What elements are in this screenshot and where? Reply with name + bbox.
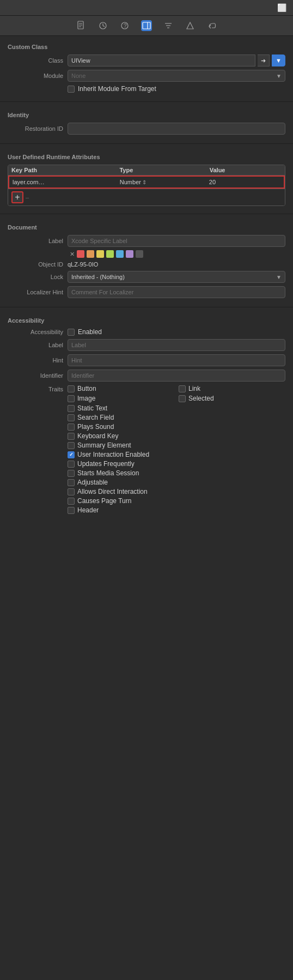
- trait-selected-label: Selected: [188, 395, 214, 402]
- traits-row: Traits Button Link Image Selected: [8, 385, 285, 516]
- label-input[interactable]: [68, 235, 285, 247]
- class-label: Class: [8, 57, 68, 64]
- swatch-red[interactable]: [77, 250, 84, 258]
- trait-keyboard-key: Keyboard Key: [68, 432, 285, 440]
- trait-header-checkbox[interactable]: [68, 507, 75, 514]
- trait-starts-media-checkbox[interactable]: [68, 470, 75, 477]
- acc-label-input[interactable]: [68, 339, 285, 351]
- acc-hint-label: Hint: [8, 357, 68, 364]
- row-type: Number ⇕: [120, 179, 209, 185]
- acc-hint-input[interactable]: [68, 354, 285, 366]
- trait-updates-frequently-checkbox[interactable]: [68, 461, 75, 468]
- swatch-purple[interactable]: [126, 250, 133, 258]
- trait-static-text-checkbox[interactable]: [68, 405, 75, 412]
- window-tiles-icon[interactable]: ⬜: [277, 3, 286, 12]
- row-value: 20: [209, 179, 280, 185]
- restoration-input[interactable]: [68, 123, 285, 135]
- size-toolbar-icon[interactable]: [185, 20, 196, 31]
- runtime-attributes-title: User Defined Runtime Attributes: [8, 154, 285, 160]
- document-section: Document Label ✕ Object ID qLZ-95-0IO Lo…: [0, 216, 293, 305]
- trait-user-interaction-label: User Interaction Enabled: [77, 451, 149, 458]
- trait-link: Link: [179, 385, 285, 392]
- col-value-header: Value: [210, 167, 282, 173]
- module-select[interactable]: None ▼: [68, 70, 285, 82]
- trait-link-checkbox[interactable]: [179, 385, 186, 392]
- trait-keyboard-key-label: Keyboard Key: [77, 432, 118, 440]
- trait-button-checkbox[interactable]: [68, 385, 75, 392]
- trait-search-field: Search Field: [68, 414, 285, 421]
- trait-image-checkbox[interactable]: [68, 395, 75, 402]
- add-attribute-button[interactable]: +: [11, 191, 23, 203]
- trait-image: Image: [68, 395, 174, 402]
- accessibility-enabled-row: Accessibility Enabled: [8, 328, 285, 336]
- class-dropdown-btn[interactable]: ▼: [272, 55, 285, 66]
- trait-summary-element: Summary Element: [68, 441, 285, 449]
- lock-select[interactable]: Inherited - (Nothing) ▼: [68, 271, 285, 283]
- trait-causes-page-turn-checkbox[interactable]: [68, 498, 75, 505]
- document-title: Document: [8, 224, 285, 231]
- col-type-header: Type: [119, 167, 209, 173]
- accessibility-enabled-checkbox[interactable]: [68, 329, 75, 336]
- trait-header-label: Header: [77, 506, 99, 514]
- inspector-toolbar-icon[interactable]: [141, 20, 152, 31]
- class-navigate-btn[interactable]: ➜: [258, 55, 270, 66]
- trait-plays-sound: Plays Sound: [68, 423, 285, 431]
- trait-starts-media: Starts Media Session: [68, 469, 285, 477]
- trait-keyboard-key-checkbox[interactable]: [68, 433, 75, 440]
- trait-updates-frequently-label: Updates Frequently: [77, 460, 135, 468]
- class-input[interactable]: UIView: [68, 55, 255, 66]
- svg-rect-9: [143, 22, 150, 29]
- localizer-input[interactable]: [68, 286, 285, 298]
- color-swatches: ✕: [70, 250, 143, 258]
- add-row-dash: –: [23, 194, 29, 201]
- trait-user-interaction-checkbox[interactable]: [68, 451, 75, 458]
- trait-user-interaction: User Interaction Enabled: [68, 451, 285, 458]
- custom-class-title: Custom Class: [8, 44, 285, 50]
- trait-adjustable: Adjustable: [68, 479, 285, 486]
- trait-image-label: Image: [77, 395, 95, 402]
- trait-summary-element-checkbox[interactable]: [68, 442, 75, 449]
- object-id-row: Object ID qLZ-95-0IO: [8, 261, 285, 268]
- trait-allows-direct-checkbox[interactable]: [68, 488, 75, 495]
- svg-line-6: [103, 26, 105, 27]
- history-toolbar-icon[interactable]: [97, 20, 108, 31]
- file-toolbar-icon[interactable]: [76, 20, 87, 31]
- acc-identifier-input[interactable]: [68, 370, 285, 382]
- acc-identifier-row: Identifier: [8, 370, 285, 382]
- trait-plays-sound-checkbox[interactable]: [68, 424, 75, 431]
- trait-causes-page-turn: Causes Page Turn: [68, 497, 285, 505]
- trait-search-field-checkbox[interactable]: [68, 414, 75, 421]
- attributes-add-row: + –: [8, 189, 285, 205]
- trait-adjustable-checkbox[interactable]: [68, 479, 75, 486]
- attributes-row[interactable]: layer.corn… Number ⇕ 20: [8, 176, 285, 189]
- inherit-checkbox[interactable]: [68, 86, 75, 93]
- trait-causes-page-turn-label: Causes Page Turn: [77, 497, 131, 505]
- trait-allows-direct-label: Allows Direct Interaction: [77, 488, 148, 495]
- toolbar: ?: [0, 16, 293, 36]
- swatch-gray[interactable]: [136, 250, 143, 258]
- swatch-clear[interactable]: ✕: [70, 251, 75, 258]
- filter-toolbar-icon[interactable]: [163, 20, 174, 31]
- accessibility-enabled-text: Enabled: [78, 328, 102, 336]
- trait-link-label: Link: [188, 385, 200, 392]
- object-id-label: Object ID: [8, 261, 68, 268]
- svg-marker-14: [187, 22, 193, 29]
- back-toolbar-icon[interactable]: [206, 20, 217, 31]
- help-toolbar-icon[interactable]: ?: [119, 20, 130, 31]
- lock-field-row: Lock Inherited - (Nothing) ▼: [8, 271, 285, 283]
- trait-selected-checkbox[interactable]: [179, 395, 186, 402]
- trait-search-field-label: Search Field: [77, 414, 114, 421]
- restoration-label: Restoration ID: [8, 125, 68, 132]
- class-field-row: Class UIView ➜ ▼: [8, 55, 285, 66]
- swatch-orange[interactable]: [87, 250, 94, 258]
- attributes-table: Key Path Type Value layer.corn… Number ⇕…: [8, 165, 285, 206]
- label-field-row: Label: [8, 235, 285, 247]
- swatch-yellow[interactable]: [96, 250, 104, 258]
- accessibility-title: Accessibility: [8, 317, 285, 324]
- accessibility-section: Accessibility Accessibility Enabled Labe…: [0, 310, 293, 522]
- type-stepper[interactable]: ⇕: [142, 179, 146, 185]
- swatch-lime[interactable]: [106, 250, 114, 258]
- label-label: Label: [8, 238, 68, 244]
- module-label: Module: [8, 72, 68, 79]
- swatch-blue[interactable]: [116, 250, 124, 258]
